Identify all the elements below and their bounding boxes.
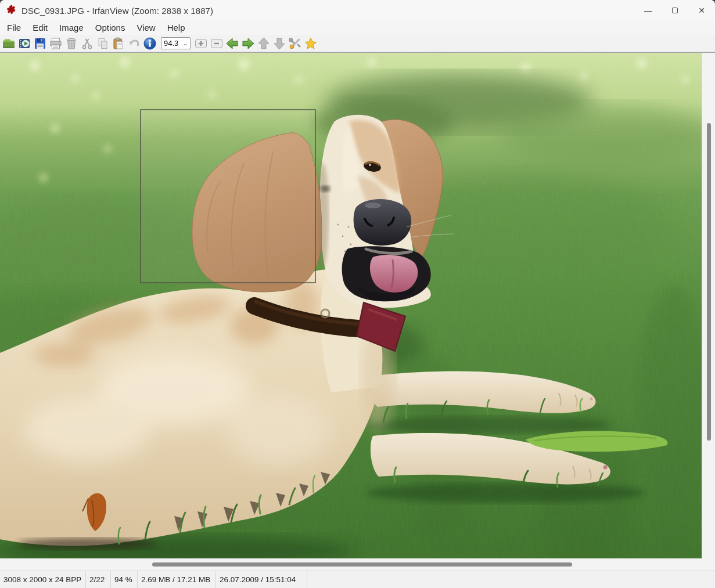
slideshow-button[interactable]	[17, 36, 32, 51]
save-floppy-icon	[33, 37, 47, 50]
next-image-button[interactable]	[240, 36, 256, 51]
selection-rectangle[interactable]	[141, 110, 315, 283]
undo-arrow-icon	[127, 37, 141, 50]
save-button[interactable]	[33, 36, 48, 51]
irfanview-app-icon	[5, 4, 18, 17]
copy-button[interactable]	[95, 36, 110, 51]
menu-image[interactable]: Image	[53, 21, 89, 35]
zoom-out-button[interactable]	[209, 36, 224, 51]
viewer-row	[0, 52, 715, 558]
copy-icon	[96, 37, 110, 50]
photo-canvas[interactable]	[0, 53, 702, 558]
trash-icon	[64, 37, 78, 50]
open-button[interactable]	[1, 36, 16, 51]
minimize-icon: —	[644, 6, 652, 15]
dog-left-eye	[320, 186, 330, 192]
arrow-up-gray-icon	[257, 37, 271, 50]
status-zoom-percent: 94 %	[111, 571, 138, 588]
vertical-scrollbar-thumb[interactable]	[707, 123, 711, 441]
window-controls: — ✕	[635, 0, 715, 21]
arrow-right-green-icon	[241, 37, 255, 50]
zoom-out-icon	[210, 37, 224, 50]
vertical-scrollbar[interactable]	[702, 53, 715, 558]
menu-options[interactable]: Options	[89, 21, 131, 35]
horizontal-scrollbar-thumb[interactable]	[152, 562, 572, 567]
scissors-icon	[80, 37, 94, 50]
maximize-icon	[672, 8, 678, 13]
undo-button[interactable]	[127, 36, 142, 51]
minimize-button[interactable]: —	[635, 0, 662, 21]
arrow-down-gray-icon	[272, 37, 286, 50]
close-button[interactable]: ✕	[688, 0, 715, 21]
zoom-level-combobox[interactable]: ⌄	[161, 37, 191, 49]
paste-clipboard-icon	[112, 37, 125, 50]
menu-file[interactable]: File	[1, 21, 27, 35]
menu-view[interactable]: View	[131, 21, 161, 35]
tools-icon	[288, 37, 302, 50]
status-filler	[307, 571, 715, 588]
close-icon: ✕	[698, 6, 705, 15]
maximize-button[interactable]	[662, 0, 688, 21]
print-button[interactable]	[48, 36, 63, 51]
status-bar: 3008 x 2000 x 24 BPP 2/22 94 % 2.69 MB /…	[0, 571, 715, 588]
arrow-left-green-icon	[225, 37, 239, 50]
window-title: DSC_0931.JPG - IrfanView (Zoom: 2838 x 1…	[21, 6, 213, 16]
chevron-down-icon: ⌄	[179, 41, 192, 46]
status-file-size: 2.69 MB / 17.21 MB	[138, 571, 216, 588]
zoom-level-input[interactable]	[161, 39, 181, 48]
page-down-button[interactable]	[272, 36, 287, 51]
printer-icon	[49, 37, 63, 50]
menu-help[interactable]: Help	[161, 21, 191, 35]
star-icon	[304, 37, 318, 50]
status-file-datetime: 26.07.2009 / 15:51:04	[216, 571, 307, 588]
zoom-in-button[interactable]	[193, 36, 209, 51]
image-viewport[interactable]	[0, 53, 702, 558]
toolbar: ⌄	[0, 35, 715, 52]
slideshow-icon	[17, 37, 31, 50]
menu-bar: File Edit Image Options View Help	[0, 21, 715, 35]
zoom-in-icon	[194, 37, 208, 50]
info-icon	[143, 37, 157, 50]
cut-button[interactable]	[80, 36, 95, 51]
horizontal-scrollbar[interactable]	[0, 558, 715, 571]
paste-button[interactable]	[111, 36, 126, 51]
page-up-button[interactable]	[256, 36, 271, 51]
title-bar[interactable]: DSC_0931.JPG - IrfanView (Zoom: 2838 x 1…	[0, 0, 715, 21]
favorites-button[interactable]	[303, 36, 318, 51]
status-file-index: 2/22	[86, 571, 111, 588]
dog-nose	[354, 199, 412, 246]
open-folder-icon	[2, 37, 16, 50]
irfanview-window: DSC_0931.JPG - IrfanView (Zoom: 2838 x 1…	[0, 0, 715, 588]
delete-button[interactable]	[64, 36, 79, 51]
tools-button[interactable]	[288, 36, 303, 51]
status-image-dimensions: 3008 x 2000 x 24 BPP	[0, 571, 86, 588]
info-button[interactable]	[142, 36, 157, 51]
previous-image-button[interactable]	[225, 36, 240, 51]
menu-edit[interactable]: Edit	[27, 21, 53, 35]
